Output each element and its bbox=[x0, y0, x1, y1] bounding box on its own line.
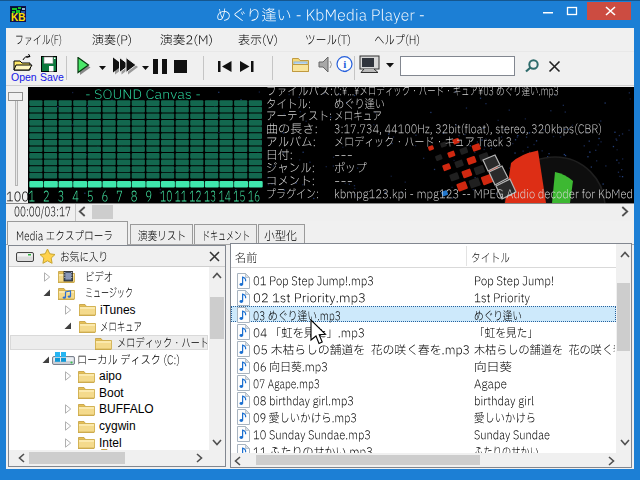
svg-text:i: i bbox=[343, 58, 346, 70]
svg-text:KB: KB bbox=[11, 12, 25, 22]
